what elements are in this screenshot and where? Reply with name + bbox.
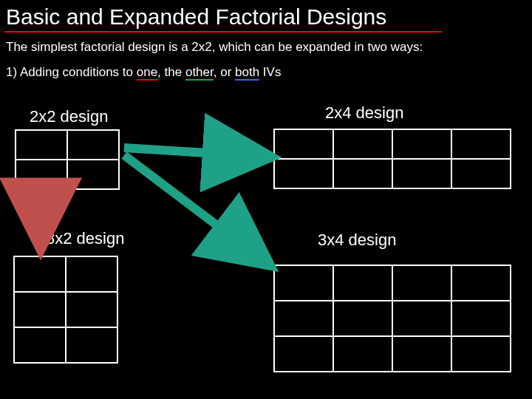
label-2x4: 2x4 design bbox=[325, 103, 403, 123]
grid-cell bbox=[392, 301, 451, 336]
grid-cell bbox=[14, 256, 66, 292]
grid-cell bbox=[274, 301, 333, 336]
grid-cell bbox=[274, 265, 333, 301]
line1-sep1: , the bbox=[157, 65, 185, 79]
grid-cell bbox=[333, 265, 392, 301]
grid-cell bbox=[333, 336, 392, 372]
grid-cell bbox=[14, 292, 66, 327]
grid-cell bbox=[333, 301, 392, 336]
grid-cell bbox=[451, 336, 511, 372]
grid-cell bbox=[14, 327, 66, 363]
grid-cell bbox=[66, 292, 117, 327]
label-2x2: 2x2 design bbox=[30, 107, 108, 126]
line1-sep2: , or bbox=[214, 65, 235, 79]
page-title: Basic and Expanded Factorial Designs bbox=[0, 0, 532, 31]
grid-cell bbox=[333, 129, 392, 159]
grid-2x4 bbox=[273, 129, 511, 189]
grid-cell bbox=[451, 265, 511, 301]
line1-prefix: 1) Adding conditions to bbox=[6, 65, 137, 79]
label-3x4: 3x4 design bbox=[318, 231, 396, 250]
grid-cell bbox=[16, 130, 67, 160]
expansion-line: 1) Adding conditions to one, the other, … bbox=[0, 62, 532, 86]
grid-cell bbox=[274, 336, 333, 372]
grid-cell bbox=[333, 159, 392, 188]
grid-cell bbox=[67, 160, 119, 189]
grid-cell bbox=[392, 265, 451, 301]
grid-cell bbox=[67, 130, 119, 160]
title-underline bbox=[4, 31, 442, 33]
line1-suffix: IVs bbox=[259, 65, 281, 79]
grid-cell bbox=[451, 301, 511, 336]
arrow-to-2x4 bbox=[124, 148, 266, 157]
grid-cell bbox=[16, 160, 67, 189]
grid-cell bbox=[392, 129, 451, 159]
grid-cell bbox=[451, 159, 511, 188]
grid-cell bbox=[66, 256, 117, 292]
grid-cell bbox=[451, 129, 511, 159]
subtitle-text: The simplest factorial design is a 2x2, … bbox=[0, 38, 532, 62]
grid-cell bbox=[274, 159, 333, 188]
arrow-to-3x4 bbox=[124, 155, 266, 262]
grid-3x4 bbox=[273, 265, 511, 372]
grid-3x2 bbox=[13, 256, 118, 364]
word-other: other bbox=[185, 65, 214, 81]
grid-cell bbox=[274, 129, 333, 159]
grid-2x2 bbox=[15, 129, 120, 190]
grid-cell bbox=[392, 159, 451, 188]
word-both: both bbox=[235, 65, 259, 81]
grid-cell bbox=[66, 327, 117, 363]
label-3x2: 3x2 design bbox=[46, 229, 124, 248]
grid-cell bbox=[392, 336, 451, 372]
word-one: one bbox=[137, 65, 157, 81]
